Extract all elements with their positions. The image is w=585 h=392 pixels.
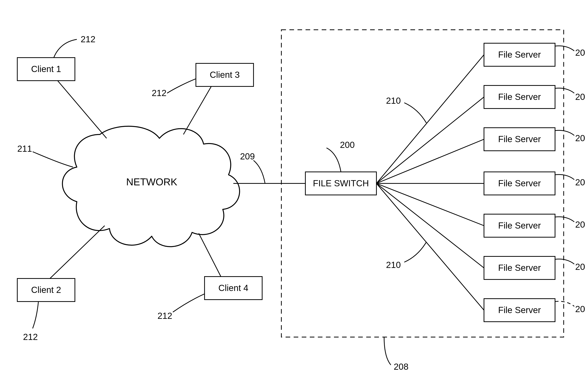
ref-206-hook xyxy=(555,259,574,264)
file-server-2-label: File Server xyxy=(498,92,541,102)
ref-203-hook xyxy=(555,130,574,136)
link-client3-cloud xyxy=(184,86,211,134)
ref-201: 201 xyxy=(575,48,585,58)
file-server-1-label: File Server xyxy=(498,50,541,60)
link-client2-cloud xyxy=(50,226,105,278)
ref-210a: 210 xyxy=(386,96,401,106)
file-server-5: File Server xyxy=(484,214,555,237)
ref-210b: 210 xyxy=(386,260,401,270)
ref-212d: 212 xyxy=(158,311,172,321)
network-label: NETWORK xyxy=(126,176,177,188)
link-client4-cloud xyxy=(199,233,221,276)
ref-209: 209 xyxy=(240,151,255,161)
ref-202-hook xyxy=(555,88,574,93)
ref-205: 205 xyxy=(575,220,585,230)
file-server-4-label: File Server xyxy=(498,178,541,188)
link-switch-fs6 xyxy=(376,184,484,268)
file-switch-label: FILE SWITCH xyxy=(313,178,369,188)
link-switch-fs3 xyxy=(376,139,484,184)
ref-208-hook xyxy=(384,337,391,365)
ref-205-hook xyxy=(555,217,574,222)
client-4-label: Client 4 xyxy=(218,283,248,293)
ref-206: 206 xyxy=(575,262,585,272)
file-switch: FILE SWITCH xyxy=(305,172,376,195)
ref-203: 203 xyxy=(575,133,585,143)
link-switch-fs5 xyxy=(376,184,484,226)
file-server-5-label: File Server xyxy=(498,220,541,230)
ref-212b: 212 xyxy=(23,332,38,342)
link-client1-cloud xyxy=(58,81,106,138)
file-server-6-label: File Server xyxy=(498,263,541,273)
file-server-1: File Server xyxy=(484,43,555,66)
ref-211: 211 xyxy=(17,144,32,154)
ref-208: 208 xyxy=(394,362,408,372)
ref-204: 204 xyxy=(575,177,585,187)
link-switch-fs1 xyxy=(376,55,484,184)
ref-204-hook xyxy=(555,174,574,180)
client-4: Client 4 xyxy=(204,276,262,300)
ref-207: 207 xyxy=(575,304,585,314)
ref-212c-hook xyxy=(167,79,196,93)
file-server-4: File Server xyxy=(484,172,555,195)
ref-212c: 212 xyxy=(152,88,166,98)
client-1: Client 1 xyxy=(17,58,75,81)
diagram-canvas: NETWORK Client 1 Client 2 Client 3 Clien… xyxy=(0,0,585,392)
client-3-label: Client 3 xyxy=(210,70,240,80)
ref-200-hook xyxy=(326,148,341,172)
client-2: Client 2 xyxy=(17,278,75,302)
client-2-label: Client 2 xyxy=(31,285,61,295)
ref-212a-hook xyxy=(54,39,77,58)
ref-210a-hook xyxy=(404,103,426,123)
ref-202: 202 xyxy=(575,92,585,102)
client-1-label: Client 1 xyxy=(31,64,61,74)
ref-212d-hook xyxy=(173,294,204,312)
ref-209-hook xyxy=(254,160,265,184)
file-server-2: File Server xyxy=(484,86,555,108)
ref-210b-hook xyxy=(404,242,426,262)
file-server-3-label: File Server xyxy=(498,134,541,144)
ref-200: 200 xyxy=(340,140,355,150)
ref-201-hook xyxy=(555,46,574,51)
ref-207-hook xyxy=(555,301,574,306)
file-server-6: File Server xyxy=(484,256,555,280)
ref-212b-hook xyxy=(33,302,38,328)
file-server-3: File Server xyxy=(484,128,555,151)
ref-212a: 212 xyxy=(81,34,96,44)
link-switch-fs2 xyxy=(376,97,484,184)
file-server-7: File Server xyxy=(484,299,555,322)
file-server-7-label: File Server xyxy=(498,305,541,315)
link-switch-fs7 xyxy=(376,184,484,310)
ref-211-hook xyxy=(33,152,73,167)
client-3: Client 3 xyxy=(196,64,254,86)
